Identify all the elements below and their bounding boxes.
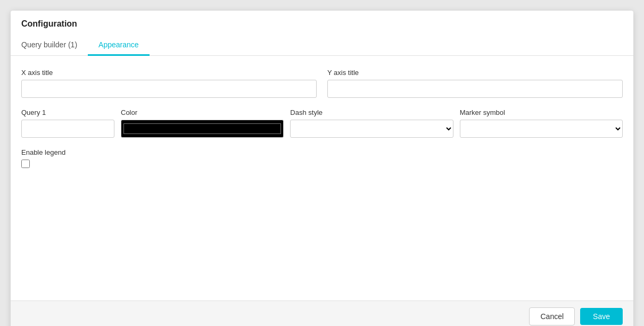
- y-axis-title-label: Y axis title: [327, 69, 623, 77]
- color-input[interactable]: [121, 120, 284, 138]
- marker-symbol-select[interactable]: [460, 120, 623, 138]
- dialog-header: Configuration Query builder (1) Appearan…: [11, 11, 633, 56]
- query1-input[interactable]: [21, 120, 114, 138]
- configuration-dialog: Configuration Query builder (1) Appearan…: [11, 11, 633, 326]
- tab-appearance[interactable]: Appearance: [88, 35, 150, 56]
- query-settings-row: Query 1 Color Dash style Marker symbol: [21, 108, 623, 138]
- enable-legend-row: Enable legend: [21, 148, 623, 168]
- tab-bar: Query builder (1) Appearance: [21, 35, 623, 55]
- marker-symbol-group: Marker symbol: [460, 108, 623, 138]
- dialog-footer: Cancel Save: [11, 300, 633, 326]
- x-axis-title-group: X axis title: [21, 69, 317, 98]
- dash-style-group: Dash style: [290, 108, 453, 138]
- save-button[interactable]: Save: [580, 308, 623, 325]
- cancel-button[interactable]: Cancel: [529, 307, 575, 325]
- tab-query-builder[interactable]: Query builder (1): [21, 35, 88, 56]
- marker-symbol-label: Marker symbol: [460, 108, 623, 116]
- axis-title-row: X axis title Y axis title: [21, 69, 623, 98]
- dialog-title: Configuration: [21, 19, 623, 29]
- y-axis-title-input[interactable]: [327, 80, 623, 98]
- dialog-body: X axis title Y axis title Query 1 Color …: [11, 56, 633, 300]
- y-axis-title-group: Y axis title: [327, 69, 623, 98]
- x-axis-title-input[interactable]: [21, 80, 317, 98]
- dash-style-select[interactable]: [290, 120, 453, 138]
- color-label: Color: [121, 108, 284, 116]
- dash-style-label: Dash style: [290, 108, 453, 116]
- color-group: Color: [121, 108, 284, 138]
- enable-legend-checkbox[interactable]: [21, 160, 30, 168]
- enable-legend-label: Enable legend: [21, 148, 623, 156]
- x-axis-title-label: X axis title: [21, 69, 317, 77]
- query1-name-group: Query 1: [21, 108, 114, 138]
- query1-label: Query 1: [21, 108, 114, 116]
